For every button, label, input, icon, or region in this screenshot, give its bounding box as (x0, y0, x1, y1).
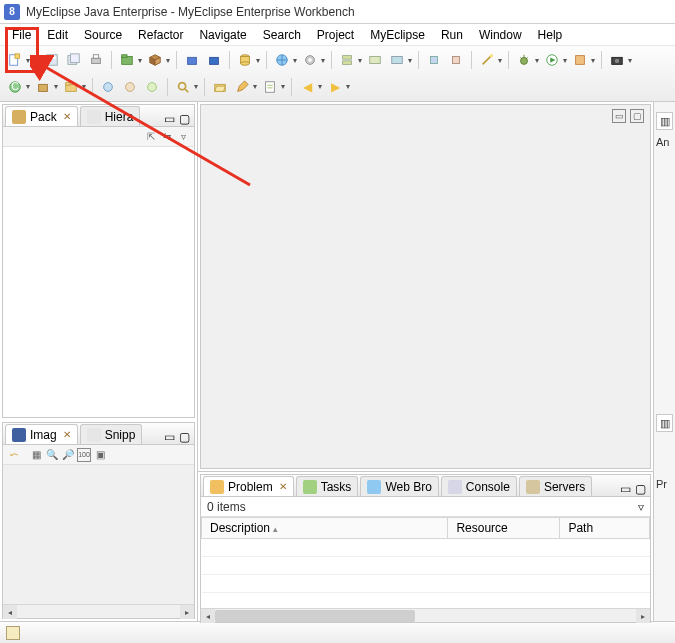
picture-icon[interactable]: ▦ (29, 448, 43, 462)
save-button[interactable] (42, 50, 62, 70)
tb-proj-icon[interactable] (117, 50, 137, 70)
tb-fwd-icon[interactable]: ▶ (325, 77, 345, 97)
zoom-out-icon[interactable]: 🔍 (45, 448, 59, 462)
home-icon[interactable]: ⤺ (7, 448, 21, 462)
image-view-body[interactable] (3, 465, 194, 604)
tb-undeploy-icon[interactable] (446, 50, 466, 70)
menu-refactor[interactable]: Refactor (130, 26, 191, 44)
status-icon[interactable] (6, 626, 20, 640)
tb-srv2-icon[interactable] (365, 50, 385, 70)
tab-tasks[interactable]: Tasks (296, 476, 359, 496)
tb-search-icon[interactable] (173, 77, 193, 97)
maximize-view-icon[interactable]: ▢ (179, 430, 190, 444)
maximize-view-icon[interactable]: ▢ (635, 482, 646, 496)
minimize-view-icon[interactable]: ▭ (164, 112, 175, 126)
tb-class-drop[interactable]: ▾ (24, 82, 32, 91)
menu-navigate[interactable]: Navigate (191, 26, 254, 44)
minimize-view-icon[interactable]: ▭ (620, 482, 631, 496)
tab-servers[interactable]: Servers (519, 476, 592, 496)
menu-help[interactable]: Help (530, 26, 571, 44)
collapse-all-icon[interactable]: ⇱ (144, 130, 158, 144)
close-icon[interactable]: ✕ (279, 481, 287, 492)
maximize-view-icon[interactable]: ▢ (179, 112, 190, 126)
print-button[interactable] (86, 50, 106, 70)
tb-cam-icon[interactable] (607, 50, 627, 70)
tb-open-icon[interactable] (210, 77, 230, 97)
tb-cam-drop[interactable]: ▾ (626, 56, 634, 65)
menu-myeclipse[interactable]: MyEclipse (362, 26, 433, 44)
tb-pkg1-icon[interactable] (182, 50, 202, 70)
tb-task-icon[interactable] (260, 77, 280, 97)
new-dropdown[interactable]: ▾ (24, 56, 32, 65)
link-editor-icon[interactable]: ⇆ (160, 130, 174, 144)
tb-srv1-icon[interactable] (337, 50, 357, 70)
tb-impl-icon[interactable] (98, 77, 118, 97)
tab-problem[interactable]: Problem ✕ (203, 476, 294, 496)
scroll-thumb[interactable] (215, 610, 415, 622)
editor-empty[interactable]: ▭ ▢ (200, 104, 651, 469)
tb-bug-drop[interactable]: ▾ (533, 56, 541, 65)
tb-rel-icon[interactable] (142, 77, 162, 97)
tb-folder-drop[interactable]: ▾ (80, 82, 88, 91)
menu-edit[interactable]: Edit (39, 26, 76, 44)
tb-search-drop[interactable]: ▾ (192, 82, 200, 91)
tb-db-drop[interactable]: ▾ (254, 56, 262, 65)
view-menu-icon[interactable]: ▿ (176, 130, 190, 144)
minimized-view-icon[interactable]: ▥ (656, 414, 673, 432)
scroll-left-icon[interactable]: ◂ (201, 609, 215, 623)
tb-ext-drop[interactable]: ▾ (589, 56, 597, 65)
minimized-view-outline-icon[interactable]: ▥ (656, 112, 673, 130)
tb-srv3-icon[interactable] (387, 50, 407, 70)
zoom-in-icon[interactable]: 🔎 (61, 448, 75, 462)
tb-proj-drop[interactable]: ▾ (136, 56, 144, 65)
tb-db-icon[interactable] (235, 50, 255, 70)
tb-fwd-drop[interactable]: ▾ (344, 82, 352, 91)
tb-gear-drop[interactable]: ▾ (319, 56, 327, 65)
tab-package[interactable]: Pack ✕ (5, 106, 78, 126)
tab-snippets[interactable]: Snipp (80, 424, 143, 444)
minimized-view-pr[interactable]: Pr (654, 474, 675, 494)
tb-globe-icon[interactable] (272, 50, 292, 70)
tb-gear-icon[interactable] (300, 50, 320, 70)
tb-cube-icon[interactable] (145, 50, 165, 70)
minimize-view-icon[interactable]: ▭ (164, 430, 175, 444)
tb-edit-drop[interactable]: ▾ (251, 82, 259, 91)
scroll-left-icon[interactable]: ◂ (3, 605, 17, 619)
menu-file[interactable]: File (4, 26, 39, 44)
maximize-editor-icon[interactable]: ▢ (630, 109, 644, 123)
close-icon[interactable]: ✕ (63, 429, 71, 440)
scroll-right-icon[interactable]: ▸ (180, 605, 194, 619)
fit-icon[interactable]: ▣ (93, 448, 107, 462)
menu-source[interactable]: Source (76, 26, 130, 44)
tb-wand-drop[interactable]: ▾ (496, 56, 504, 65)
tb-run-icon[interactable] (542, 50, 562, 70)
menu-search[interactable]: Search (255, 26, 309, 44)
view-menu-icon[interactable]: ▿ (638, 500, 644, 514)
tb-globe-drop[interactable]: ▾ (291, 56, 299, 65)
tab-hierarchy[interactable]: Hiera (80, 106, 141, 126)
minimized-view-an[interactable]: An (654, 132, 675, 152)
tb-ext-icon[interactable] (570, 50, 590, 70)
tab-image[interactable]: Imag ✕ (5, 424, 78, 444)
package-explorer-body[interactable] (3, 147, 194, 417)
tb-srv1-drop[interactable]: ▾ (356, 56, 364, 65)
tb-folder-icon[interactable] (61, 77, 81, 97)
tb-pkg2-icon[interactable] (204, 50, 224, 70)
tab-webbrowser[interactable]: Web Bro (360, 476, 438, 496)
tb-back-drop[interactable]: ▾ (316, 82, 324, 91)
tb-back-icon[interactable]: ◀ (297, 77, 317, 97)
tb-pkg-icon[interactable] (33, 77, 53, 97)
new-button[interactable] (5, 50, 25, 70)
tb-over-icon[interactable] (120, 77, 140, 97)
menu-run[interactable]: Run (433, 26, 471, 44)
tb-run-drop[interactable]: ▾ (561, 56, 569, 65)
tb-edit-icon[interactable] (232, 77, 252, 97)
problems-hscroll[interactable]: ◂ ▸ (201, 608, 650, 622)
tb-deploy-icon[interactable] (424, 50, 444, 70)
tb-cube-drop[interactable]: ▾ (164, 56, 172, 65)
table-row[interactable] (202, 575, 650, 593)
zoom-100-icon[interactable]: 100 (77, 448, 91, 462)
tb-class-icon[interactable]: C (5, 77, 25, 97)
table-row[interactable] (202, 539, 650, 557)
col-resource[interactable]: Resource (448, 518, 560, 539)
